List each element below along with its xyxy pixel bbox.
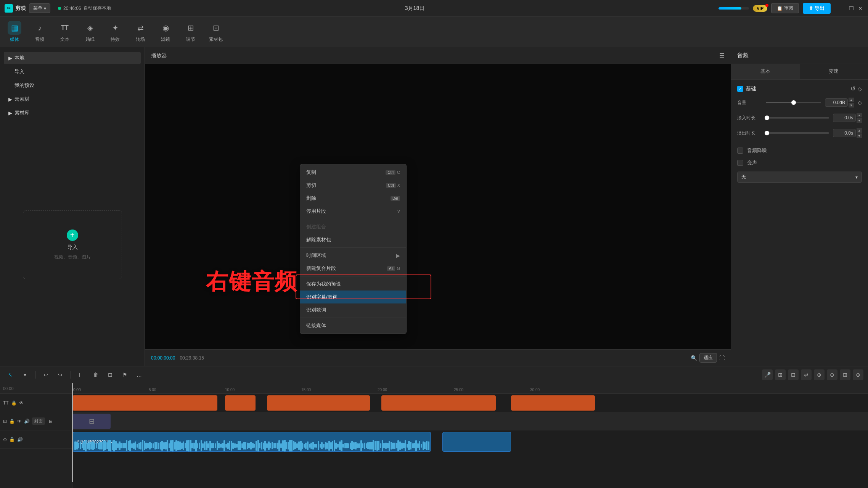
denoise-checkbox[interactable] [737, 148, 743, 154]
ctx-disable[interactable]: 停用片段 V [300, 205, 406, 218]
timeline-ruler-label: 00:00 [3, 386, 14, 391]
vip-badge[interactable]: VIP [753, 5, 767, 12]
import-hint: 视频、音频、图片 [54, 254, 91, 260]
ctx-link-media[interactable]: 链接媒体 [300, 319, 406, 332]
import-plus-button[interactable]: + [67, 230, 78, 241]
close-button[interactable]: ✕ [857, 5, 863, 11]
main-area: ▶ 本地 导入 我的预设 ▶ 云素材 ▶ 素材库 + 导入 视频、音频、图片 [0, 47, 868, 366]
eye-icon-subtitle[interactable]: 👁 [19, 400, 24, 406]
delete-button[interactable]: 🗑 [90, 369, 101, 380]
undo-button[interactable]: ↩ [40, 369, 51, 380]
timeline-icon-3[interactable]: ⇄ [801, 369, 812, 380]
toolbar-item-text[interactable]: TT 文本 [58, 21, 72, 43]
fadein-slider[interactable] [766, 117, 829, 119]
sticker-icon: ◈ [83, 21, 97, 35]
nav-item-import[interactable]: 导入 [4, 66, 141, 78]
ctx-create-group: 创建组合 [300, 220, 406, 233]
volume-value[interactable]: 0.0dB [825, 98, 848, 107]
toolbar-item-adjust[interactable]: ⊞ 调节 [184, 21, 198, 43]
toolbar-divider-2 [71, 371, 71, 379]
cover-clip[interactable]: ⊟ [72, 414, 111, 429]
subtitle-clip-5[interactable] [511, 395, 595, 411]
ctx-dissolve[interactable]: 解除素材包 [300, 233, 406, 246]
lock-icon-video[interactable]: 🔒 [9, 419, 15, 424]
vol-icon-audio[interactable]: 🔊 [17, 437, 23, 442]
volume-slider[interactable] [766, 102, 821, 103]
toolbar-item-package[interactable]: ⊡ 素材包 [209, 21, 223, 43]
context-menu: 复制 Ctrl C 剪切 Ctrl X 删除 Del 停用片段 V 创建组合 解… [300, 164, 407, 334]
tab-speed[interactable]: 变速 [800, 64, 868, 79]
reset-icon[interactable]: ↺ [850, 85, 855, 92]
fullscreen-button[interactable]: ⛶ [719, 355, 725, 361]
toolbar-item-filter[interactable]: ◉ 滤镜 [159, 21, 172, 43]
timeline-icon-4[interactable]: ⊕ [814, 369, 825, 380]
toolbar-item-sticker[interactable]: ◈ 贴纸 [83, 21, 97, 43]
player-area[interactable] [145, 64, 731, 349]
player-menu-icon[interactable]: ☰ [719, 52, 725, 59]
nav-item-library[interactable]: ▶ 素材库 [4, 107, 141, 119]
nav-item-presets[interactable]: 我的预设 [4, 79, 141, 92]
subtitle-clip-3[interactable] [267, 395, 370, 411]
timeline-icon-2[interactable]: ⊟ [788, 369, 799, 380]
extracted-audio-clip[interactable]: 提取音频20230318-1 [72, 432, 431, 452]
fit-button[interactable]: 适应 [699, 353, 717, 363]
section-check-icon[interactable]: ✓ [737, 86, 743, 92]
split-button[interactable]: ⊢ [76, 369, 87, 380]
more-button[interactable]: … [133, 369, 145, 380]
toolbar-item-effects[interactable]: ✦ 特效 [108, 21, 122, 43]
menu-button[interactable]: 菜单 ▾ [29, 3, 50, 13]
audio-icon-video[interactable]: 🔊 [24, 419, 30, 424]
tab-basic[interactable]: 基本 [731, 64, 800, 79]
zoom-in-button[interactable]: ⊞ [840, 369, 850, 380]
voice-change-checkbox[interactable] [737, 160, 743, 166]
ctx-new-compound[interactable]: 新建复合片段 Alt G [300, 262, 406, 275]
diamond-icon[interactable]: ◇ [858, 86, 862, 92]
lock-icon-subtitle[interactable]: 🔒 [11, 400, 17, 406]
nav-item-cloud[interactable]: ▶ 云素材 [4, 93, 141, 105]
marker-button[interactable]: ⚑ [119, 369, 130, 380]
voice-select[interactable]: 无 ▾ [737, 172, 862, 183]
import-dropzone[interactable]: + 导入 视频、音频、图片 [23, 210, 122, 279]
ctx-recognize[interactable]: 识别字幕/歌词 [300, 291, 406, 303]
volume-keyframe-icon[interactable]: ◇ [858, 100, 862, 106]
fadein-stepper[interactable]: ▲ ▼ [857, 113, 862, 123]
ctx-copy[interactable]: 复制 Ctrl C [300, 166, 406, 179]
cover-view-icon[interactable]: ⊟ [49, 419, 53, 424]
mic-button[interactable]: 🎤 [762, 369, 773, 380]
restore-button[interactable]: ❐ [848, 5, 854, 11]
ctx-delete[interactable]: 删除 Del [300, 192, 406, 205]
subtitle-clip-2[interactable] [225, 395, 256, 411]
fadeout-stepper[interactable]: ▲ ▼ [857, 128, 862, 138]
add-track-button[interactable]: ⊕ [853, 369, 863, 380]
ctx-cut[interactable]: 剪切 Ctrl X [300, 179, 406, 192]
minimize-button[interactable]: — [839, 5, 845, 11]
timeline-tracks[interactable]: 0:00 5:00 10:00 15:00 20:00 25:00 30:00 … [72, 383, 868, 488]
toolbar-item-audio[interactable]: ♪ 音频 [33, 21, 47, 43]
zoom-icon[interactable]: 🔍 [691, 355, 697, 361]
export-button[interactable]: ⬆ 导出 [803, 3, 831, 14]
subtitle-clip-1[interactable] [72, 395, 217, 411]
extracted-audio-clip-2[interactable] [442, 432, 511, 452]
subtitle-clip-4[interactable] [381, 395, 496, 411]
ctx-time-range[interactable]: 时间区域 ▶ [300, 249, 406, 262]
eye-icon-video[interactable]: 👁 [17, 419, 22, 424]
nav-item-local[interactable]: ▶ 本地 [4, 52, 141, 64]
fadeout-value[interactable]: 0.0s [833, 129, 856, 137]
toolbar-item-transition[interactable]: ⇄ 转场 [133, 21, 147, 43]
group-button[interactable]: ⊡ [104, 369, 116, 380]
timeline-icon-1[interactable]: ⊞ [775, 369, 786, 380]
select-tool-button[interactable]: ↖ [5, 369, 16, 380]
ctx-save-preset[interactable]: 保存为我的预设 [300, 278, 406, 291]
lock-icon-audio[interactable]: 🔒 [9, 437, 15, 442]
playhead[interactable] [72, 383, 73, 482]
select-dropdown[interactable]: ▾ [19, 369, 31, 380]
redo-button[interactable]: ↪ [55, 369, 66, 380]
ctx-auto-captions[interactable]: 识别歌词 [300, 303, 406, 316]
fadeout-slider[interactable] [766, 132, 829, 134]
toolbar-item-media[interactable]: ▦ 媒体 [8, 21, 21, 43]
volume-stepper[interactable]: ▲ ▼ [849, 98, 854, 108]
review-button[interactable]: 📋 审阅 [771, 3, 799, 13]
fadein-value[interactable]: 0.0s [833, 114, 856, 122]
zoom-out-button[interactable]: ⊖ [827, 369, 837, 380]
import-label[interactable]: 导入 [67, 244, 78, 251]
